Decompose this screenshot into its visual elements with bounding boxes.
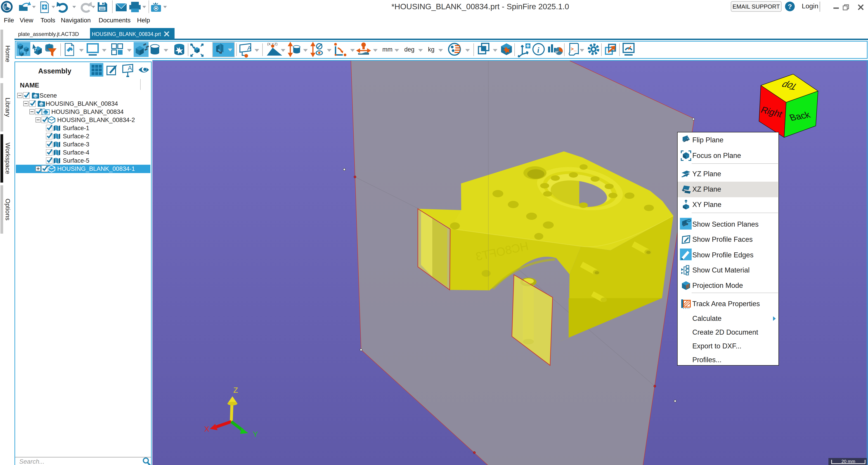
svg-text:HOUSING_BLANK_00834-1: HOUSING_BLANK_00834-1	[57, 165, 135, 172]
svg-text:HOUSING_BLANK_00834: HOUSING_BLANK_00834	[46, 100, 118, 107]
svg-text:Surface-3: Surface-3	[63, 141, 89, 148]
svg-text:kg: kg	[428, 46, 435, 53]
svg-text:A: A	[247, 45, 251, 52]
svg-text:Surface-4: Surface-4	[63, 149, 89, 156]
svg-text:X: X	[204, 425, 209, 433]
svg-text:>_: >_	[571, 46, 577, 52]
svg-text:Scene: Scene	[39, 92, 57, 99]
svg-text:Surface-2: Surface-2	[63, 133, 89, 140]
svg-text:Y: Y	[253, 430, 258, 438]
svg-text:HOUSING_BLANK_00834-2: HOUSING_BLANK_00834-2	[57, 117, 135, 123]
svg-text:Z: Z	[233, 386, 238, 394]
svg-text:20 mm: 20 mm	[841, 459, 855, 464]
svg-text:mm: mm	[382, 46, 393, 53]
svg-text:HOUSING_BLANK_00834: HOUSING_BLANK_00834	[51, 108, 124, 115]
svg-text:deg: deg	[404, 46, 414, 53]
svg-text:Surface-5: Surface-5	[63, 157, 89, 164]
svg-text:A: A	[128, 65, 132, 72]
svg-text:i: i	[537, 46, 539, 54]
svg-text:Surface-1: Surface-1	[63, 125, 89, 132]
